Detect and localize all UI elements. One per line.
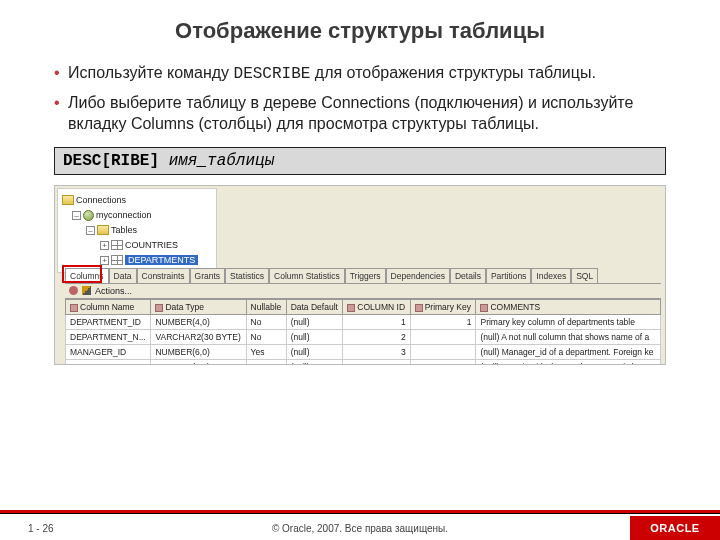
sql-developer-screenshot: Connections – myconnection – Tables + CO… [54, 185, 666, 365]
slide-title: Отображение структуры таблицы [54, 18, 666, 44]
tab-indexes[interactable]: Indexes [531, 268, 571, 283]
sort-icon [347, 304, 355, 312]
pin-icon[interactable] [69, 286, 78, 295]
cell: Primary key column of departments table [476, 314, 661, 329]
cell [410, 359, 476, 365]
cell: Yes [246, 344, 286, 359]
cell: DEPARTMENT_N... [66, 329, 151, 344]
cell: DEPARTMENT_ID [66, 314, 151, 329]
table-icon [111, 240, 123, 250]
table-detail-panel: Columns Data Constraints Grants Statisti… [65, 268, 661, 365]
cell: 1 [410, 314, 476, 329]
footer-thin-line [0, 513, 720, 514]
bullet-item: Либо выберите таблицу в дереве Connectio… [54, 92, 666, 135]
sort-icon [480, 304, 488, 312]
folder-icon [97, 225, 109, 235]
tab-partitions[interactable]: Partitions [486, 268, 531, 283]
sort-icon [155, 304, 163, 312]
folder-icon [62, 195, 74, 205]
col-header[interactable]: COLUMN ID [343, 299, 410, 314]
tree-table-item[interactable]: COUNTRIES [125, 240, 178, 250]
cell: 3 [343, 344, 410, 359]
actions-button[interactable]: Actions... [95, 286, 132, 296]
tree-tables-label[interactable]: Tables [111, 225, 137, 235]
cell: (null) [286, 359, 343, 365]
tree-root-label: Connections [76, 195, 126, 205]
code-cmd: DESC[RIBE] [63, 152, 169, 170]
copyright-text: © Oracle, 2007. Все права защищены. [0, 523, 720, 534]
connections-tree[interactable]: Connections – myconnection – Tables + CO… [57, 188, 217, 273]
tab-data[interactable]: Data [109, 268, 137, 283]
cell: MANAGER_ID [66, 344, 151, 359]
bullet-text-pre: Используйте команду [68, 64, 234, 81]
bullet-text-pre: Либо выберите таблицу в дереве Connectio… [68, 94, 633, 133]
col-header[interactable]: COMMENTS [476, 299, 661, 314]
cell: 1 [343, 314, 410, 329]
cell: (null) Location id where a department is… [476, 359, 661, 365]
col-header[interactable]: Column Name [66, 299, 151, 314]
page-number: 1 - 26 [28, 523, 54, 534]
grid-header-row: Column Name Data Type Nullable Data Defa… [66, 299, 661, 314]
cell: 2 [343, 329, 410, 344]
table-row[interactable]: DEPARTMENT_ID NUMBER(4,0) No (null) 1 1 … [66, 314, 661, 329]
cell: No [246, 314, 286, 329]
sort-icon [415, 304, 423, 312]
bullet-code: DESCRIBE [234, 65, 311, 83]
tab-column-statistics[interactable]: Column Statistics [269, 268, 345, 283]
cell: NUMBER(4,0) [151, 359, 246, 365]
tab-sql[interactable]: SQL [571, 268, 598, 283]
cell: 4 [343, 359, 410, 365]
tree-connection-label[interactable]: myconnection [96, 210, 152, 220]
tab-bar: Columns Data Constraints Grants Statisti… [65, 268, 661, 284]
cell: LOCATION_ID [66, 359, 151, 365]
cell: Yes [246, 359, 286, 365]
col-header[interactable]: Data Default [286, 299, 343, 314]
table-row[interactable]: MANAGER_ID NUMBER(6,0) Yes (null) 3 (nul… [66, 344, 661, 359]
cell: (null) [286, 344, 343, 359]
tab-details[interactable]: Details [450, 268, 486, 283]
tab-constraints[interactable]: Constraints [137, 268, 190, 283]
bullet-text-post: для отображения структуры таблицы. [310, 64, 596, 81]
cell: No [246, 329, 286, 344]
edit-icon[interactable] [82, 286, 91, 295]
table-row[interactable]: LOCATION_ID NUMBER(4,0) Yes (null) 4 (nu… [66, 359, 661, 365]
col-header[interactable]: Data Type [151, 299, 246, 314]
slide-footer: 1 - 26 © Oracle, 2007. Все права защищен… [0, 510, 720, 540]
actions-toolbar: Actions... [65, 284, 661, 299]
cell [410, 329, 476, 344]
cell: VARCHAR2(30 BYTE) [151, 329, 246, 344]
col-header[interactable]: Nullable [246, 299, 286, 314]
tree-table-item-selected[interactable]: DEPARTMENTS [125, 255, 198, 265]
cell: (null) [286, 329, 343, 344]
collapse-icon[interactable]: – [86, 226, 95, 235]
bullet-list: Используйте команду DESCRIBE для отображ… [54, 62, 666, 135]
cell: (null) Manager_id of a department. Forei… [476, 344, 661, 359]
expand-icon[interactable]: + [100, 256, 109, 265]
col-header[interactable]: Primary Key [410, 299, 476, 314]
code-box: DESC[RIBE] имя_таблицы [54, 147, 666, 175]
table-row[interactable]: DEPARTMENT_N... VARCHAR2(30 BYTE) No (nu… [66, 329, 661, 344]
cell: (null) [286, 314, 343, 329]
cell [410, 344, 476, 359]
sort-icon [70, 304, 78, 312]
tab-dependencies[interactable]: Dependencies [386, 268, 450, 283]
connection-icon [83, 210, 94, 221]
cell: (null) A not null column that shows name… [476, 329, 661, 344]
collapse-icon[interactable]: – [72, 211, 81, 220]
cell: NUMBER(4,0) [151, 314, 246, 329]
tab-triggers[interactable]: Triggers [345, 268, 386, 283]
bullet-item: Используйте команду DESCRIBE для отображ… [54, 62, 666, 86]
columns-grid: Column Name Data Type Nullable Data Defa… [65, 299, 661, 365]
tab-columns[interactable]: Columns [65, 268, 109, 283]
expand-icon[interactable]: + [100, 241, 109, 250]
oracle-logo: ORACLE [630, 516, 720, 540]
cell: NUMBER(6,0) [151, 344, 246, 359]
table-icon [111, 255, 123, 265]
tab-statistics[interactable]: Statistics [225, 268, 269, 283]
tab-grants[interactable]: Grants [190, 268, 226, 283]
code-arg: имя_таблицы [169, 152, 275, 170]
